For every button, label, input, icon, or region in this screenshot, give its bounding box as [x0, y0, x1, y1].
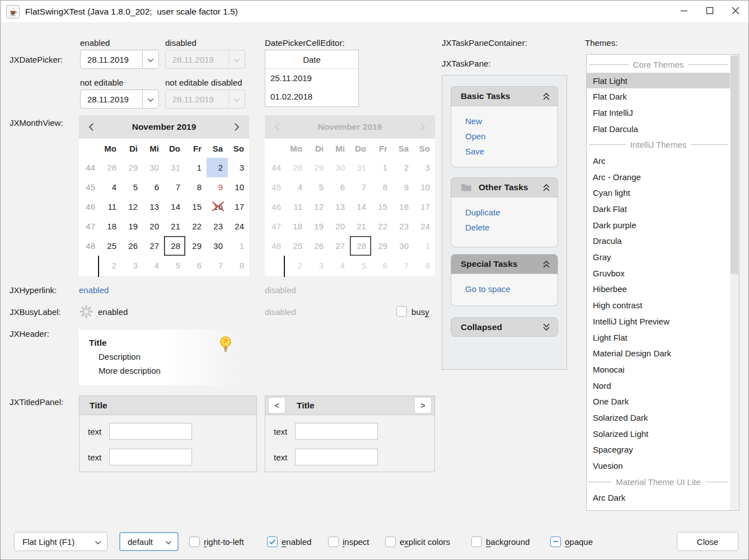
day-cell[interactable]: 30 — [143, 158, 164, 177]
day-cell[interactable]: 20 — [143, 217, 164, 236]
task-link-save[interactable]: Save — [465, 147, 558, 157]
day-cell[interactable]: 7 — [207, 256, 228, 275]
theme-list-item[interactable]: Flat IntelliJ — [587, 105, 730, 121]
day-cell[interactable]: 1 — [228, 236, 249, 256]
datepicker-enabled[interactable]: 28.11.2019 — [80, 50, 159, 69]
day-cell[interactable]: 5 — [164, 256, 185, 275]
title-next-button[interactable]: > — [414, 397, 432, 413]
day-cell[interactable]: 7 — [164, 177, 185, 197]
text-field[interactable] — [295, 423, 378, 440]
close-window-button[interactable] — [723, 1, 748, 22]
theme-list-item[interactable]: Dracula — [587, 233, 730, 250]
close-button[interactable]: Close — [677, 532, 738, 551]
taskpane-title-bar[interactable]: Special Tasks — [451, 254, 558, 274]
checkbox-box[interactable] — [471, 537, 482, 547]
task-link-delete[interactable]: Delete — [465, 223, 558, 233]
taskpane-title-bar[interactable]: Basic Tasks — [451, 86, 558, 106]
themes-list[interactable]: Core ThemesFlat LightFlat DarkFlat Intel… — [586, 54, 739, 511]
day-cell[interactable]: 9 — [207, 177, 228, 197]
datepicker-value[interactable]: 28.11.2019 — [81, 55, 142, 64]
table-row[interactable]: 01.02.2018 — [265, 87, 358, 106]
checkbox-box[interactable] — [550, 537, 561, 547]
table-row[interactable]: 25.11.2019 — [265, 69, 358, 87]
theme-list-item[interactable]: Flat Light — [587, 73, 730, 89]
day-cell[interactable]: 23 — [207, 217, 228, 236]
day-cell[interactable]: 19 — [121, 217, 143, 236]
datepicker-value[interactable]: 28.11.2019 — [81, 95, 142, 104]
scrollbar-thumb[interactable] — [731, 56, 738, 274]
day-cell[interactable]: 8 — [185, 177, 207, 197]
day-cell[interactable]: 2 — [207, 158, 228, 177]
theme-list-item[interactable]: Arc - Orange — [587, 169, 730, 185]
day-cell[interactable]: 2 — [100, 256, 121, 275]
day-cell[interactable]: 3 — [121, 256, 143, 275]
day-cell[interactable]: 27 — [143, 236, 164, 256]
day-cell[interactable]: 29 — [185, 236, 207, 256]
theme-list-item[interactable]: Dark Flat — [587, 201, 730, 217]
day-cell[interactable]: 31 — [164, 158, 185, 177]
theme-list-item[interactable]: Nord — [587, 378, 730, 394]
checkbox-box[interactable] — [385, 537, 396, 547]
day-cell[interactable]: 30 — [207, 236, 228, 256]
day-cell[interactable]: 14 — [164, 197, 185, 217]
theme-list-item[interactable]: Flat Dark — [587, 88, 730, 105]
theme-list-item[interactable]: Gruvbox — [587, 265, 730, 281]
day-cell[interactable]: 6 — [185, 256, 207, 275]
theme-list-item[interactable]: Gray — [587, 249, 730, 265]
theme-list-item[interactable]: Light Flat — [587, 330, 730, 346]
checkbox-box[interactable] — [189, 537, 200, 547]
theme-list-item[interactable]: Cyan light — [587, 185, 730, 201]
monthview-enabled[interactable]: November 2019MoDiMiDoFrSaSo4428293031123… — [79, 115, 249, 276]
theme-list-item[interactable]: Arc — [587, 153, 730, 169]
day-cell[interactable]: 3 — [228, 158, 249, 177]
theme-list-item[interactable]: Material Design Dark — [587, 345, 730, 361]
checkbox-explicit-colors[interactable]: explicit colors — [385, 532, 450, 551]
day-cell[interactable]: 4 — [143, 256, 164, 275]
mode-combobox[interactable]: default — [119, 532, 179, 551]
checkbox-box[interactable] — [267, 537, 278, 547]
text-field[interactable] — [109, 423, 192, 440]
theme-list-item[interactable]: Vuesion — [587, 458, 730, 474]
datepicker-dropdown-button[interactable] — [142, 90, 158, 108]
taskpane-title-bar[interactable]: Collapsed — [451, 317, 558, 337]
day-cell[interactable]: 10 — [228, 177, 249, 197]
day-cell[interactable]: 1 — [185, 158, 207, 177]
checkbox-inspect[interactable]: inspect — [328, 532, 369, 551]
task-link-new[interactable]: New — [465, 116, 558, 126]
theme-list-item[interactable]: Flat Darcula — [587, 121, 730, 137]
theme-list-item[interactable]: Spacegray — [587, 442, 730, 458]
day-cell[interactable]: 28 — [164, 236, 185, 256]
task-link-duplicate[interactable]: Duplicate — [465, 208, 558, 218]
day-cell[interactable]: 4 — [100, 177, 121, 197]
day-cell[interactable]: 18 — [100, 217, 121, 236]
theme-list-item[interactable]: Arc Dark Contrast — [587, 506, 730, 511]
theme-list-item[interactable]: Solarized Dark — [587, 410, 730, 426]
day-cell[interactable]: 11 — [100, 197, 121, 217]
minimize-button[interactable] — [671, 1, 697, 22]
text-field[interactable] — [295, 449, 378, 465]
day-cell[interactable]: 28 — [100, 158, 121, 177]
checkbox-box[interactable] — [328, 537, 339, 547]
theme-list-item[interactable]: IntelliJ Light Preview — [587, 313, 730, 330]
day-cell[interactable]: 16 — [207, 197, 228, 217]
day-cell[interactable]: 6 — [143, 177, 164, 197]
previous-month-button[interactable] — [79, 115, 104, 139]
task-link-go-to-space[interactable]: Go to space — [465, 284, 558, 294]
theme-list-item[interactable]: Monocai — [587, 361, 730, 378]
theme-list-item[interactable]: Dark purple — [587, 217, 730, 233]
task-link-open[interactable]: Open — [465, 131, 558, 142]
theme-list-item[interactable]: Hiberbee — [587, 281, 730, 298]
theme-combobox[interactable]: Flat Light (F1) — [14, 532, 107, 551]
day-cell[interactable]: 26 — [121, 236, 143, 256]
day-cell[interactable]: 12 — [121, 197, 143, 217]
taskpane-title-bar[interactable]: Other Tasks — [451, 177, 558, 197]
day-cell[interactable]: 17 — [228, 197, 249, 217]
day-cell[interactable]: 21 — [164, 217, 185, 236]
day-cell[interactable]: 22 — [185, 217, 207, 236]
hyperlink-enabled[interactable]: enabled — [79, 285, 109, 295]
title-prev-button[interactable]: < — [268, 397, 285, 413]
datepicker-noteditable[interactable]: 28.11.2019 — [80, 90, 159, 109]
theme-list-item[interactable]: Arc Dark — [587, 490, 730, 506]
scrollbar-track[interactable] — [730, 55, 739, 510]
maximize-button[interactable] — [697, 1, 723, 22]
